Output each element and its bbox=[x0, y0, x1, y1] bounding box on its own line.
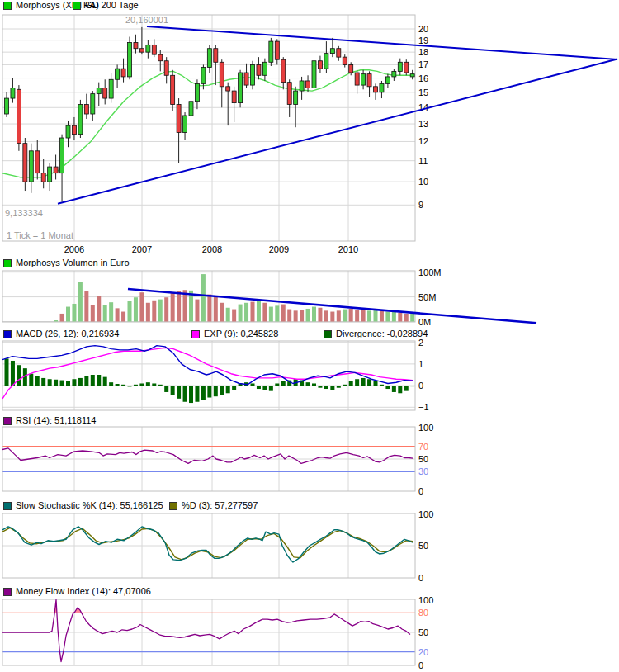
candle-body bbox=[374, 87, 378, 92]
divergence-bar bbox=[226, 386, 230, 393]
svg-text:80: 80 bbox=[418, 608, 428, 618]
volume-bar bbox=[164, 297, 168, 321]
svg-text:50: 50 bbox=[418, 454, 428, 464]
divergence-bar bbox=[392, 386, 396, 392]
divergence-bar bbox=[269, 386, 273, 391]
svg-text:10: 10 bbox=[418, 177, 428, 187]
divergence-bar bbox=[60, 381, 64, 386]
volume-bar bbox=[91, 305, 95, 322]
svg-text:30: 30 bbox=[418, 466, 428, 476]
candle-body bbox=[385, 77, 390, 83]
volume-bar bbox=[214, 296, 218, 321]
candle-body bbox=[177, 104, 181, 132]
candle-body bbox=[201, 68, 206, 84]
volume-bar bbox=[116, 308, 120, 321]
svg-text:12: 12 bbox=[418, 136, 428, 146]
candle-body bbox=[324, 54, 328, 69]
svg-text:100: 100 bbox=[418, 595, 433, 605]
svg-text:100: 100 bbox=[418, 423, 433, 433]
candle-body bbox=[232, 91, 236, 103]
volume-bar bbox=[226, 308, 230, 322]
divergence-bar bbox=[54, 380, 58, 386]
year-label: 2007 bbox=[132, 244, 152, 254]
candle-body bbox=[128, 43, 132, 77]
divergence-bar bbox=[275, 383, 279, 386]
volume-bar bbox=[343, 310, 347, 322]
candle-body bbox=[239, 73, 243, 103]
divergence-bar bbox=[109, 382, 113, 386]
candle-body bbox=[257, 64, 261, 75]
candle-body bbox=[220, 62, 224, 87]
candle-body bbox=[48, 167, 52, 182]
volume-bar bbox=[232, 310, 236, 322]
divergence-bar bbox=[84, 376, 88, 386]
divergence-bar bbox=[385, 386, 390, 389]
candle-body bbox=[404, 62, 409, 73]
divergence-bar bbox=[361, 378, 366, 386]
volume-bar bbox=[404, 314, 409, 322]
candle-body bbox=[398, 62, 402, 71]
svg-text:19: 19 bbox=[418, 35, 428, 45]
svg-text:15: 15 bbox=[418, 88, 428, 97]
candle-body bbox=[214, 49, 218, 63]
candle-body bbox=[410, 74, 414, 77]
volume-bar bbox=[330, 312, 334, 322]
candle-body bbox=[195, 83, 199, 101]
divergence-bar bbox=[29, 374, 33, 386]
candle-body bbox=[183, 116, 187, 133]
divergence-bar bbox=[398, 386, 402, 393]
candle-body bbox=[361, 74, 366, 85]
price-panel: 2019181716151413121110920,1600019,133334… bbox=[2, 15, 617, 254]
svg-text:1: 1 bbox=[418, 359, 423, 369]
candle-body bbox=[392, 71, 396, 77]
divergence-bar bbox=[343, 385, 347, 386]
divergence-bar bbox=[97, 375, 101, 386]
svg-text:0: 0 bbox=[418, 573, 423, 583]
candle-body bbox=[294, 91, 298, 104]
volume-bar bbox=[349, 309, 353, 322]
svg-text:−1: −1 bbox=[418, 402, 429, 412]
divergence-bar bbox=[257, 386, 261, 389]
svg-text:17: 17 bbox=[418, 59, 428, 69]
candle-body bbox=[23, 144, 27, 182]
candle-body bbox=[349, 64, 353, 73]
volume-bar bbox=[392, 310, 396, 321]
divergence-bar bbox=[177, 386, 181, 399]
divergence-bar bbox=[201, 386, 206, 400]
divergence-bar bbox=[72, 379, 76, 386]
candle-body bbox=[84, 104, 88, 114]
svg-text:100: 100 bbox=[418, 509, 433, 519]
candle-body bbox=[152, 45, 156, 54]
candle-body bbox=[91, 94, 95, 114]
candle-body bbox=[251, 64, 255, 85]
volume-bar bbox=[146, 303, 150, 322]
divergence-bar bbox=[349, 381, 353, 386]
volume-bar bbox=[60, 314, 64, 322]
divergence-bar bbox=[189, 386, 193, 403]
volume-bar bbox=[300, 310, 304, 322]
candle-body bbox=[281, 59, 286, 82]
candle-body bbox=[306, 81, 310, 88]
stoch-panel: 100500 bbox=[2, 509, 433, 583]
divergence-bar bbox=[171, 386, 175, 395]
candle-body bbox=[78, 104, 83, 134]
divergence-bar bbox=[164, 386, 168, 392]
volume-bar bbox=[207, 295, 211, 322]
candle-body bbox=[312, 61, 316, 88]
svg-text:9: 9 bbox=[418, 200, 423, 210]
chart-application: { "header_legend": [ {"label": "Morphosy… bbox=[0, 0, 619, 672]
candle-body bbox=[380, 83, 384, 92]
candle-body bbox=[54, 167, 58, 173]
candle-body bbox=[207, 49, 211, 68]
mfi-panel: 1008050200 bbox=[2, 595, 433, 670]
candle-body bbox=[5, 98, 9, 114]
divergence-bar bbox=[262, 386, 267, 390]
divergence-bar bbox=[404, 386, 409, 391]
divergence-bar bbox=[380, 385, 384, 386]
svg-text:100M: 100M bbox=[418, 267, 442, 277]
rsi-panel: 1007050300 bbox=[2, 423, 433, 496]
svg-text:11: 11 bbox=[418, 156, 428, 166]
svg-text:0M: 0M bbox=[418, 317, 431, 327]
candle-body bbox=[318, 61, 322, 69]
volume-bar bbox=[84, 291, 88, 321]
